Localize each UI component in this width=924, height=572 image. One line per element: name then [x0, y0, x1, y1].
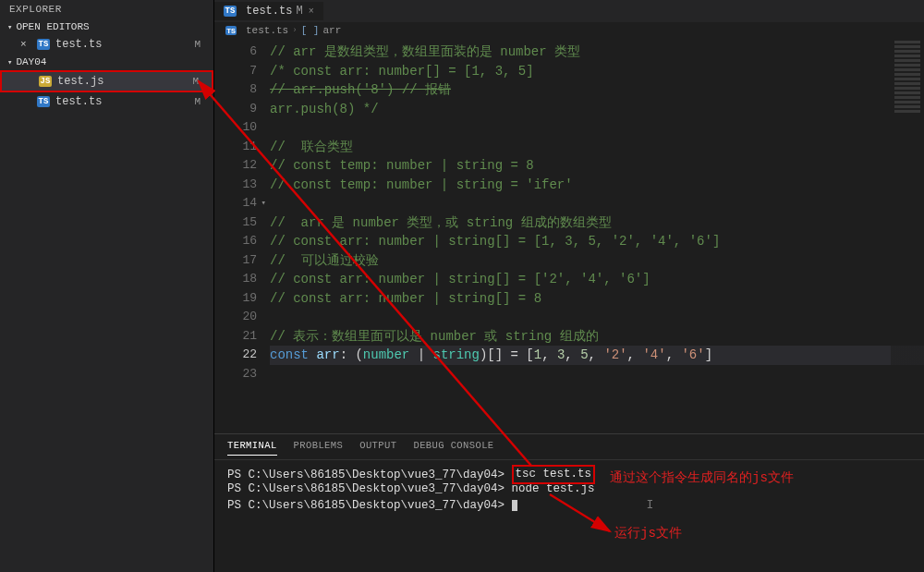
- typescript-file-icon: TS: [225, 26, 237, 35]
- javascript-file-icon: JS: [39, 76, 52, 87]
- explorer-sidebar: EXPLORER ▾ OPEN EDITORS × TS test.ts M ▾…: [0, 0, 214, 572]
- typescript-file-icon: TS: [224, 6, 237, 17]
- group-label: DAY04: [16, 56, 46, 67]
- tab-status: M: [296, 5, 302, 18]
- terminal-line: PS C:\Users\86185\Desktop\vue3_77\day04>…: [227, 466, 911, 481]
- group-label: OPEN EDITORS: [16, 21, 89, 32]
- crumb-file: test.ts: [246, 25, 288, 36]
- line-gutter: 67891011121314▾151617181920212223: [214, 43, 270, 433]
- terminal[interactable]: PS C:\Users\86185\Desktop\vue3_77\day04>…: [214, 460, 924, 572]
- modified-status: M: [194, 96, 210, 107]
- file-name: test.ts: [55, 38, 194, 51]
- close-icon[interactable]: ×: [309, 6, 314, 17]
- tab-debug-console[interactable]: DEBUG CONSOLE: [413, 440, 493, 456]
- file-name: test.js: [57, 75, 192, 88]
- open-editors-header[interactable]: ▾ OPEN EDITORS: [0, 18, 213, 35]
- chevron-down-icon: ▾: [7, 22, 12, 32]
- ibeam-cursor-icon: I: [647, 498, 654, 512]
- minimap[interactable]: [891, 39, 924, 418]
- typescript-file-icon: TS: [37, 39, 50, 50]
- tab-terminal[interactable]: TERMINAL: [227, 440, 277, 456]
- open-editor-item[interactable]: × TS test.ts M: [0, 35, 213, 54]
- tab-label: test.ts: [246, 5, 292, 18]
- tab-problems[interactable]: PROBLEMS: [294, 440, 344, 456]
- crumb-symbol: arr: [322, 25, 341, 36]
- explorer-title: EXPLORER: [0, 0, 213, 18]
- file-name: test.ts: [55, 95, 194, 108]
- file-item-testts[interactable]: TS test.ts M: [0, 92, 213, 111]
- chevron-right-icon: ›: [292, 26, 297, 35]
- symbol-array-icon: [ ]: [301, 25, 320, 36]
- code-content[interactable]: // arr 是数组类型，数组里面装的是 number 类型/* const a…: [270, 43, 924, 433]
- folder-header[interactable]: ▾ DAY04: [0, 54, 213, 70]
- terminal-panel: TERMINAL PROBLEMS OUTPUT DEBUG CONSOLE P…: [214, 433, 924, 572]
- terminal-cursor: [512, 500, 517, 511]
- code-editor[interactable]: 67891011121314▾151617181920212223 // arr…: [214, 39, 924, 433]
- main-area: TS test.ts M × TS test.ts › [ ] arr 6789…: [214, 0, 924, 572]
- chevron-down-icon: ▾: [7, 57, 12, 67]
- typescript-file-icon: TS: [37, 96, 50, 107]
- tab-testts[interactable]: TS test.ts M ×: [214, 2, 323, 20]
- close-icon[interactable]: ×: [20, 39, 27, 50]
- terminal-line: PS C:\Users\86185\Desktop\vue3_77\day04>…: [227, 497, 911, 513]
- tab-bar: TS test.ts M ×: [214, 0, 924, 22]
- panel-tabs: TERMINAL PROBLEMS OUTPUT DEBUG CONSOLE: [214, 434, 924, 460]
- breadcrumb[interactable]: TS test.ts › [ ] arr: [214, 22, 924, 39]
- tab-output[interactable]: OUTPUT: [359, 440, 396, 456]
- modified-status: M: [194, 39, 210, 50]
- modified-status: M: [192, 76, 208, 87]
- file-item-testjs[interactable]: JS test.js M: [0, 70, 213, 92]
- command-highlighted: tsc test.ts: [512, 465, 596, 484]
